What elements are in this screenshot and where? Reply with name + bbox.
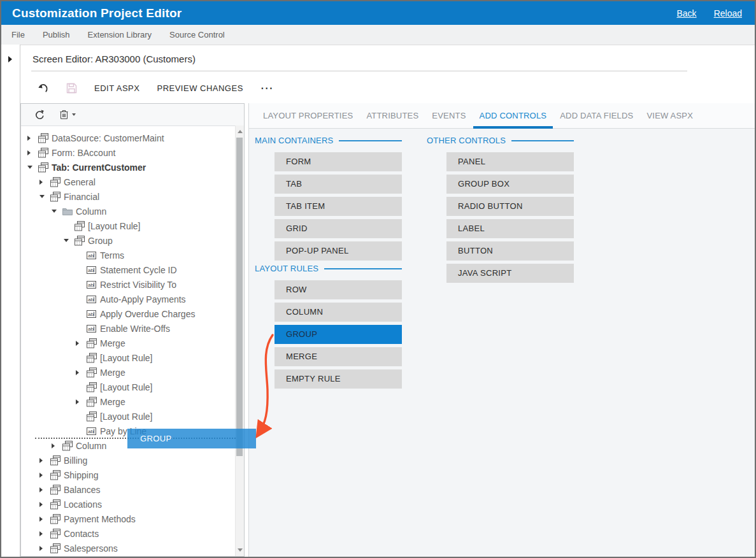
refresh-icon[interactable]: [34, 110, 45, 120]
tab-attributes[interactable]: ATTRIBUTES: [360, 103, 425, 128]
menu-item-source-control[interactable]: Source Control: [169, 30, 225, 39]
tab-events[interactable]: EVENTS: [425, 103, 472, 128]
tree-item-tab-currentcustomer[interactable]: Tab: CurrentCustomer: [21, 160, 244, 175]
tree-item-merge[interactable]: Merge: [21, 336, 244, 350]
container-icon: [50, 499, 62, 510]
tree-item-auto-apply-payments[interactable]: abAuto-Apply Payments: [21, 292, 244, 306]
scrollbar-thumb[interactable]: [236, 138, 243, 456]
more-options-icon[interactable]: ⋯: [260, 85, 273, 91]
control-button-button[interactable]: BUTTON: [446, 241, 574, 261]
section-layout-rules: LAYOUT RULESROWCOLUMNGROUPMERGEEMPTY RUL…: [255, 264, 402, 389]
control-button-grid[interactable]: GRID: [275, 219, 402, 238]
expand-icon[interactable]: [76, 399, 87, 404]
control-button-column[interactable]: COLUMN: [275, 303, 402, 322]
preview-changes-button[interactable]: PREVIEW CHANGES: [157, 83, 243, 93]
control-button-group[interactable]: GROUP: [275, 325, 402, 344]
save-icon[interactable]: [66, 83, 77, 94]
scroll-down-icon[interactable]: [236, 545, 244, 555]
expand-icon[interactable]: [39, 180, 50, 185]
tree-item-merge[interactable]: Merge: [21, 394, 244, 409]
tree-item-layout-rule[interactable]: [Layout Rule]: [21, 380, 244, 394]
tree-item-payment-methods[interactable]: Payment Methods: [21, 512, 244, 526]
control-button-java-script[interactable]: JAVA SCRIPT: [446, 264, 574, 283]
control-button-label[interactable]: LABEL: [446, 219, 574, 238]
collapse-icon[interactable]: [27, 166, 38, 169]
tree-item-label: Terms: [100, 250, 124, 261]
tree-item-locations[interactable]: Locations: [21, 497, 244, 512]
control-button-tab[interactable]: TAB: [275, 175, 402, 194]
container-icon: [87, 382, 99, 392]
expand-icon[interactable]: [27, 150, 38, 155]
control-button-group-box[interactable]: GROUP BOX: [446, 175, 574, 194]
tree-item-billing[interactable]: Billing: [21, 453, 244, 468]
tree-item-group[interactable]: Group: [21, 233, 244, 248]
reload-link[interactable]: Reload: [714, 8, 742, 18]
svg-text:ab: ab: [88, 282, 94, 288]
screen-element-tree: DataSource: CustomerMaintForm: BAccountT…: [21, 126, 244, 555]
drag-ghost-group: GROUP: [127, 429, 256, 448]
back-link[interactable]: Back: [677, 8, 697, 18]
trash-menu-caret-icon[interactable]: [72, 113, 76, 116]
tree-item-layout-rule[interactable]: [Layout Rule]: [21, 350, 244, 365]
expand-icon[interactable]: [39, 487, 50, 492]
expand-icon[interactable]: [39, 531, 50, 536]
undo-icon[interactable]: [36, 82, 49, 94]
tree-item-contacts[interactable]: Contacts: [21, 526, 244, 541]
control-button-panel[interactable]: PANEL: [446, 152, 574, 171]
control-button-form[interactable]: FORM: [275, 152, 402, 171]
tab-add-controls[interactable]: ADD CONTROLS: [473, 103, 553, 128]
tree-item-datasource-customermaint[interactable]: DataSource: CustomerMaint: [21, 131, 244, 145]
tree-item-apply-overdue-charges[interactable]: abApply Overdue Charges: [21, 306, 244, 321]
tree-item-statement-cycle-id[interactable]: abStatement Cycle ID: [21, 262, 244, 277]
control-button-pop-up-panel[interactable]: POP-UP PANEL: [275, 241, 402, 261]
collapse-icon[interactable]: [52, 210, 62, 213]
edit-aspx-button[interactable]: EDIT ASPX: [94, 83, 139, 93]
tab-layout-properties[interactable]: LAYOUT PROPERTIES: [257, 103, 359, 128]
panel-expand-icon[interactable]: [8, 56, 12, 62]
tree-scrollbar[interactable]: [235, 125, 244, 556]
tab-view-aspx[interactable]: VIEW ASPX: [640, 103, 699, 128]
expand-icon[interactable]: [39, 517, 50, 522]
tree-item-label: Column: [76, 441, 106, 451]
expand-icon[interactable]: [76, 370, 87, 375]
expand-icon[interactable]: [39, 458, 50, 463]
menu-item-publish[interactable]: Publish: [43, 30, 70, 39]
tree-item-label: Restrict Visibility To: [100, 280, 176, 290]
expand-icon[interactable]: [39, 473, 50, 478]
tree-item-layout-rule[interactable]: [Layout Rule]: [21, 409, 244, 424]
control-button-tab-item[interactable]: TAB ITEM: [275, 197, 402, 216]
control-button-empty-rule[interactable]: EMPTY RULE: [275, 369, 402, 389]
scroll-up-icon[interactable]: [236, 127, 244, 136]
control-button-row[interactable]: ROW: [275, 280, 402, 299]
expand-icon[interactable]: [76, 341, 87, 346]
section-title: LAYOUT RULES: [255, 264, 318, 273]
tree-item-terms[interactable]: abTerms: [21, 248, 244, 262]
control-button-radio-button[interactable]: RADIO BUTTON: [446, 197, 574, 216]
tab-add-data-fields[interactable]: ADD DATA FIELDS: [553, 103, 639, 128]
expand-icon[interactable]: [27, 136, 38, 141]
tree-item-salespersons[interactable]: Salespersons: [21, 541, 244, 555]
trash-icon[interactable]: [60, 110, 68, 120]
menu-item-extension-library[interactable]: Extension Library: [88, 30, 152, 39]
tree-item-merge[interactable]: Merge: [21, 365, 244, 380]
collapse-icon[interactable]: [39, 195, 50, 198]
tree-item-column[interactable]: Column: [21, 204, 244, 218]
tree-item-restrict-visibility-to[interactable]: abRestrict Visibility To: [21, 277, 244, 292]
expand-icon[interactable]: [39, 502, 50, 507]
tree-item-form-baccount[interactable]: Form: BAccount: [21, 145, 244, 160]
field-icon: ab: [87, 325, 99, 333]
tree-item-shipping[interactable]: Shipping: [21, 468, 244, 482]
tree-item-layout-rule[interactable]: [Layout Rule]: [21, 218, 244, 233]
tree-item-label: Statement Cycle ID: [100, 265, 177, 275]
expand-icon[interactable]: [39, 546, 50, 551]
tree-item-label: Group: [88, 236, 113, 246]
expand-icon[interactable]: [52, 443, 62, 448]
tree-item-label: Tab: CurrentCustomer: [52, 162, 146, 173]
control-button-merge[interactable]: MERGE: [275, 347, 402, 366]
tree-item-balances[interactable]: Balances: [21, 482, 244, 497]
collapse-icon[interactable]: [64, 239, 75, 242]
tree-item-enable-write-offs[interactable]: abEnable Write-Offs: [21, 321, 244, 336]
tree-item-financial[interactable]: Financial: [21, 189, 244, 204]
menu-item-file[interactable]: File: [11, 30, 25, 39]
tree-item-general[interactable]: General: [21, 175, 244, 189]
